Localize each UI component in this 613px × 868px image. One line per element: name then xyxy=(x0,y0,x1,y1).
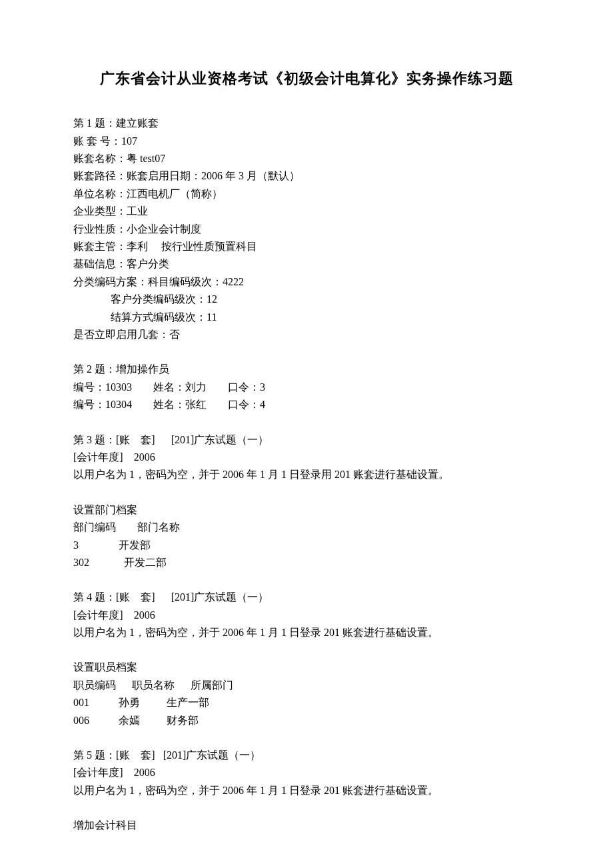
q1-line: 是否立即启用几套：否 xyxy=(73,326,540,343)
q1-line: 基础信息：客户分类 xyxy=(73,255,540,273)
q3-table-row: 3 开发部 xyxy=(73,537,540,554)
q1-line: 单位名称：江西电机厂（简称） xyxy=(73,185,540,203)
q3-table-header: 部门编码 部门名称 xyxy=(73,519,540,536)
q4-subheading: 设置职员档案 xyxy=(73,659,540,676)
question-2: 第 2 题：增加操作员 编号：10303 姓名：刘力 口令：3 编号：10304… xyxy=(73,361,540,413)
q4-line: 以用户名为 1，密码为空，并于 2006 年 1 月 1 日登录 201 账套进… xyxy=(73,624,540,641)
question-3-header: 第 3 题：[账 套] [201]广东试题（一） [会计年度] 2006 以用户… xyxy=(73,431,540,484)
question-4-header: 第 4 题：[账 套] [201]广东试题（一） [会计年度] 2006 以用户… xyxy=(73,589,540,641)
q3-heading: 第 3 题：[账 套] [201]广东试题（一） xyxy=(73,431,540,449)
q1-heading: 第 1 题：建立账套 xyxy=(73,115,540,132)
q1-line: 账 套 号：107 xyxy=(73,133,540,150)
q5-line: 以用户名为 1，密码为空，并于 2006 年 1 月 1 日登录 201 账套进… xyxy=(73,782,540,799)
question-3-table: 设置部门档案 部门编码 部门名称 3 开发部 302 开发二部 xyxy=(73,501,540,572)
q3-line: 以用户名为 1，密码为空，并于 2006 年 1 月 1 日登录用 201 账套… xyxy=(73,466,540,483)
q1-line: 企业类型：工业 xyxy=(73,203,540,220)
q4-line: [会计年度] 2006 xyxy=(73,607,540,624)
q1-line: 账套路径：账套启用日期：2006 年 3 月（默认） xyxy=(73,167,540,185)
q5-subheading: 增加会计科目 xyxy=(73,817,540,834)
q4-heading: 第 4 题：[账 套] [201]广东试题（一） xyxy=(73,589,540,606)
q3-subheading: 设置部门档案 xyxy=(73,501,540,519)
q1-line: 结算方式编码级次：11 xyxy=(73,309,540,326)
question-5-header: 第 5 题：[账 套] [201]广东试题（一） [会计年度] 2006 以用户… xyxy=(73,747,540,799)
q4-table-row: 001 孙勇 生产一部 xyxy=(73,694,540,711)
q2-line: 编号：10303 姓名：刘力 口令：3 xyxy=(73,379,540,396)
q1-line: 分类编码方案：科目编码级次：4222 xyxy=(73,273,540,291)
q5-heading: 第 5 题：[账 套] [201]广东试题（一） xyxy=(73,747,540,764)
document-page: 广东省会计从业资格考试《初级会计电算化》实务操作练习题 第 1 题：建立账套 账… xyxy=(0,0,613,868)
q3-line: [会计年度] 2006 xyxy=(73,449,540,466)
question-4-table: 设置职员档案 职员编码 职员名称 所属部门 001 孙勇 生产一部 006 余嫣… xyxy=(73,659,540,729)
q2-line: 编号：10304 姓名：张红 口令：4 xyxy=(73,396,540,413)
document-title: 广东省会计从业资格考试《初级会计电算化》实务操作练习题 xyxy=(73,67,540,91)
q2-heading: 第 2 题：增加操作员 xyxy=(73,361,540,378)
q3-table-row: 302 开发二部 xyxy=(73,554,540,571)
q1-line: 账套名称：粤 test07 xyxy=(73,150,540,167)
q1-line: 账套主管：李利 按行业性质预置科目 xyxy=(73,238,540,255)
q1-line: 客户分类编码级次：12 xyxy=(73,291,540,308)
q5-line: [会计年度] 2006 xyxy=(73,764,540,781)
q1-line: 行业性质：小企业会计制度 xyxy=(73,221,540,238)
question-5-sub: 增加会计科目 xyxy=(73,817,540,834)
q4-table-row: 006 余嫣 财务部 xyxy=(73,712,540,729)
q4-table-header: 职员编码 职员名称 所属部门 xyxy=(73,677,540,694)
question-1: 第 1 题：建立账套 账 套 号：107 账套名称：粤 test07 账套路径：… xyxy=(73,115,540,343)
